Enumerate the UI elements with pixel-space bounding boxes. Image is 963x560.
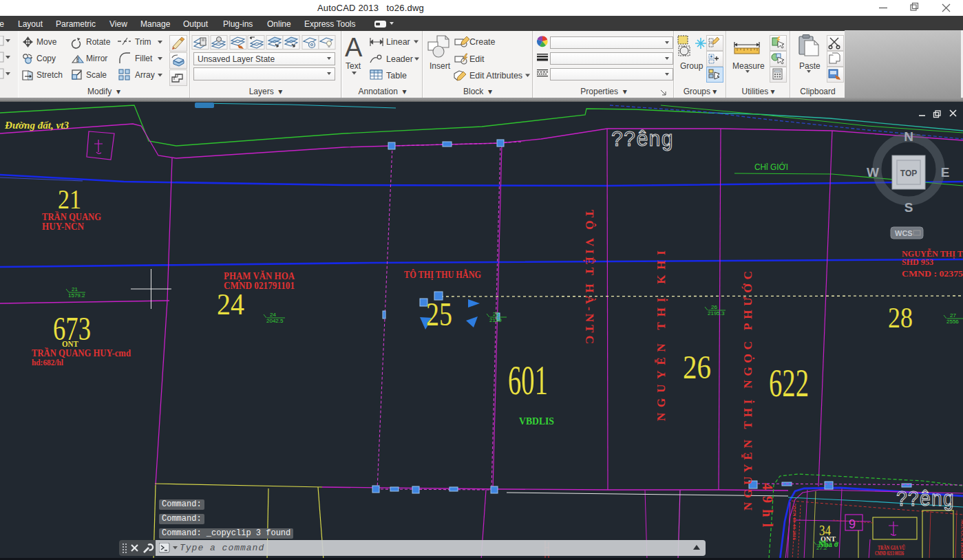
svg-text:??êng: ??êng <box>896 488 954 512</box>
svg-text:28: 28 <box>888 301 913 334</box>
svg-text:WCS: WCS <box>895 229 913 237</box>
svg-text:GCN 09-44-2016: GCN 09-44-2016 <box>792 506 797 540</box>
svg-text:24: 24 <box>217 287 244 321</box>
svg-text:25: 25 <box>493 311 499 317</box>
svg-text:S: S <box>904 200 913 215</box>
svg-text:E: E <box>941 165 950 180</box>
svg-text:Move: Move <box>36 37 57 47</box>
svg-text:VBDLIS: VBDLIS <box>519 416 554 427</box>
svg-text:NGUYỄN THỊ NGỌC PHƯỚC: NGUYỄN THỊ NGỌC PHƯỚC <box>741 271 754 510</box>
svg-text:ONT: ONT <box>62 338 78 349</box>
svg-text:Leader: Leader <box>386 54 413 64</box>
svg-text:Stretch: Stretch <box>36 70 63 80</box>
svg-text:622: 622 <box>769 360 809 405</box>
svg-text:NGƯGCN HOÀNG: NGƯGCN HOÀNG <box>960 519 963 560</box>
svg-text:9: 9 <box>849 517 856 531</box>
svg-text:A: A <box>345 34 363 62</box>
svg-text:Create: Create <box>469 37 496 47</box>
svg-text:Đường đất, vt3: Đường đất, vt3 <box>4 120 69 131</box>
svg-text:21: 21 <box>72 286 78 292</box>
svg-text:CMND 0213 00336: CMND 0213 00336 <box>875 550 904 557</box>
svg-text:601: 601 <box>508 356 548 403</box>
svg-text:1579.2: 1579.2 <box>68 292 85 299</box>
svg-text:CHỉ GIỚI: CHỉ GIỚI <box>754 162 788 172</box>
svg-text:hd:682/hl: hd:682/hl <box>32 358 64 367</box>
svg-text:Nhà ở: Nhà ở <box>818 539 839 549</box>
svg-text:26: 26 <box>683 349 711 385</box>
svg-text:2159: 2159 <box>489 317 502 323</box>
svg-text:W: W <box>867 165 879 180</box>
svg-text:NGUYỄN THỊ KHI: NGUYỄN THỊ KHI <box>655 250 668 421</box>
svg-text:HUY-NCN: HUY-NCN <box>42 221 84 232</box>
svg-text:Edit Attributes: Edit Attributes <box>469 71 522 80</box>
svg-text:2556: 2556 <box>946 319 959 325</box>
svg-text:Rotate: Rotate <box>86 37 111 47</box>
svg-text:TOP: TOP <box>900 169 917 178</box>
svg-text:Scale: Scale <box>86 70 107 80</box>
svg-text:Array: Array <box>135 70 155 80</box>
svg-text:2195.3: 2195.3 <box>708 310 725 316</box>
svg-text:2042.5: 2042.5 <box>266 318 284 324</box>
svg-text:TÔ THỊ THU HẰNG: TÔ THỊ THU HẰNG <box>404 269 481 280</box>
svg-text:Copy: Copy <box>36 54 56 63</box>
svg-text:TRẦN QUANG HUY-cmd: TRẦN QUANG HUY-cmd <box>32 347 131 358</box>
svg-text:49hl: 49hl <box>760 483 775 527</box>
svg-text:TÔ VIỆT HÀ-NTC: TÔ VIỆT HÀ-NTC <box>583 210 596 344</box>
svg-text:21: 21 <box>58 184 81 214</box>
svg-text:27: 27 <box>950 312 956 319</box>
svg-text:CMND 021791101: CMND 021791101 <box>224 280 295 291</box>
svg-text:Mirror: Mirror <box>86 54 107 63</box>
svg-text:Edit: Edit <box>469 54 485 64</box>
svg-text:Fillet: Fillet <box>135 54 153 63</box>
svg-text:CMND : 02375: CMND : 02375 <box>902 268 963 279</box>
svg-text:SHD 953: SHD 953 <box>902 257 933 267</box>
svg-text:Trim: Trim <box>135 37 151 47</box>
svg-text:Table: Table <box>386 71 407 80</box>
svg-text:25: 25 <box>426 295 452 333</box>
svg-text:26: 26 <box>711 304 717 310</box>
svg-text:N: N <box>904 129 913 144</box>
svg-text:??êng: ??êng <box>611 128 673 152</box>
svg-text:Linear: Linear <box>386 37 410 47</box>
svg-text:24: 24 <box>270 312 276 318</box>
